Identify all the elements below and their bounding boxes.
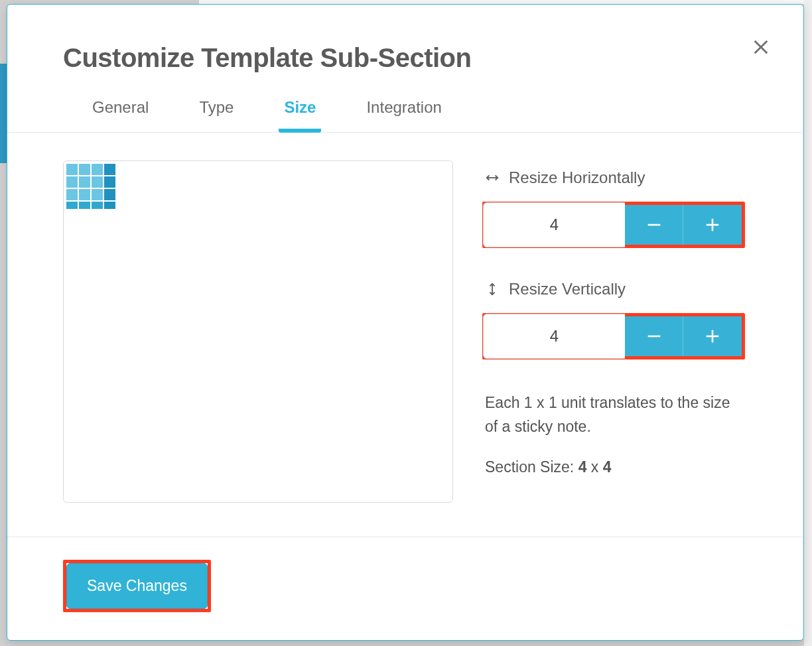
grid-preview xyxy=(66,164,115,213)
horizontal-group: Resize Horizontally 4 xyxy=(485,168,748,248)
vertical-decrement-button[interactable] xyxy=(625,316,683,356)
section-size-label: Section Size: xyxy=(485,458,578,476)
vertical-stepper: 4 xyxy=(482,313,745,359)
modal-body: Resize Horizontally 4 xyxy=(7,133,803,537)
preview-cell xyxy=(92,202,103,209)
preview-cell xyxy=(66,202,78,209)
horizontal-decrement-button[interactable] xyxy=(625,205,683,245)
section-size-line: Section Size: 4 x 4 xyxy=(485,458,748,476)
vertical-increment-button[interactable] xyxy=(683,316,742,356)
minus-icon xyxy=(645,216,663,234)
horizontal-value[interactable]: 4 xyxy=(483,202,625,247)
save-changes-button[interactable]: Save Changes xyxy=(66,563,208,609)
plus-icon xyxy=(703,327,722,346)
horizontal-increment-button[interactable] xyxy=(683,205,742,245)
preview-cell xyxy=(66,164,78,175)
background-panel-side xyxy=(804,0,812,646)
customize-subsection-modal: Customize Template Sub-Section General T… xyxy=(7,4,804,641)
vertical-value[interactable]: 4 xyxy=(483,314,625,359)
preview-cell xyxy=(92,164,103,175)
modal-header: Customize Template Sub-Section xyxy=(7,5,803,73)
preview-cell xyxy=(79,189,90,200)
resize-vertical-icon xyxy=(485,282,500,296)
section-size-width: 4 xyxy=(578,458,587,476)
minus-icon xyxy=(645,327,663,346)
size-preview-box xyxy=(63,161,453,503)
preview-cell xyxy=(92,176,103,188)
close-button[interactable] xyxy=(748,34,774,60)
tab-general[interactable]: General xyxy=(87,98,154,133)
preview-cell xyxy=(66,189,78,200)
preview-cell xyxy=(79,202,90,209)
tab-type[interactable]: Type xyxy=(194,98,239,133)
tab-size[interactable]: Size xyxy=(279,98,321,133)
background-sidebar-strip xyxy=(0,64,7,163)
preview-cell xyxy=(79,176,90,188)
close-icon xyxy=(752,38,770,56)
preview-cell xyxy=(79,164,90,175)
vertical-group: Resize Vertically 4 xyxy=(485,280,748,359)
size-help-text: Each 1 x 1 unit translates to the size o… xyxy=(485,391,737,438)
tab-integration[interactable]: Integration xyxy=(361,98,446,133)
preview-cell xyxy=(104,176,115,188)
modal-footer: Save Changes xyxy=(7,537,803,640)
preview-cell xyxy=(92,189,103,200)
vertical-label-row: Resize Vertically xyxy=(485,280,748,298)
preview-cell xyxy=(104,189,115,200)
resize-horizontal-icon xyxy=(485,170,500,185)
modal-title: Customize Template Sub-Section xyxy=(63,43,748,73)
section-size-height: 4 xyxy=(603,458,612,476)
vertical-label: Resize Vertically xyxy=(509,280,626,298)
horizontal-label: Resize Horizontally xyxy=(509,168,645,187)
horizontal-label-row: Resize Horizontally xyxy=(485,168,748,187)
tabs: General Type Size Integration xyxy=(7,73,803,133)
plus-icon xyxy=(703,216,722,234)
preview-cell xyxy=(104,202,115,209)
section-size-sep: x xyxy=(586,458,602,476)
save-highlight: Save Changes xyxy=(63,560,211,612)
size-controls: Resize Horizontally 4 xyxy=(485,161,748,510)
preview-cell xyxy=(66,176,78,188)
horizontal-stepper: 4 xyxy=(482,202,745,248)
preview-cell xyxy=(104,164,115,175)
